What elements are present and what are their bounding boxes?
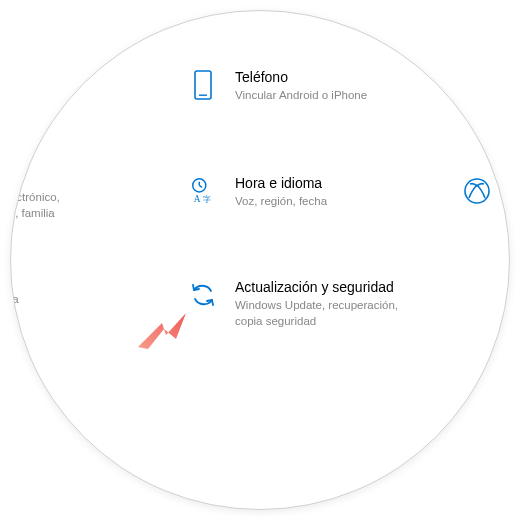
gaming-subtitle-partial1: Barra (508, 195, 510, 211)
time-language-icon: A 字 (189, 177, 217, 205)
update-security-subtitle: Windows Update, recuperación, copia segu… (235, 297, 419, 329)
settings-item-gaming[interactable] (463, 175, 510, 205)
gaming-subtitle-partial2: retran (508, 211, 510, 227)
globe-icon (466, 71, 494, 99)
settings-item-phone[interactable]: Teléfono Vincular Android o iPhone (189, 69, 419, 103)
partial-accounts-subtitle2: abajo, familia (10, 205, 55, 221)
xbox-icon (463, 177, 491, 205)
circle-viewport: mouse Teléfono Vincular Android o iPhone (10, 10, 510, 510)
settings-item-time-language[interactable]: A 字 Hora e idioma Voz, región, fecha (189, 175, 419, 209)
partial-devices-subtitle: mouse (10, 87, 42, 103)
settings-item-update-security[interactable]: Actualización y seguridad Windows Update… (189, 279, 419, 329)
time-language-subtitle: Voz, región, fecha (235, 193, 327, 209)
svg-text:字: 字 (203, 195, 211, 204)
update-security-title: Actualización y seguridad (235, 279, 419, 295)
phone-icon (189, 71, 217, 99)
annotation-arrow (136, 313, 186, 349)
svg-marker-11 (138, 313, 186, 349)
svg-point-10 (465, 179, 489, 203)
partial-accounts-subtitle1: eo electrónico, (10, 189, 60, 205)
phone-title: Teléfono (235, 69, 367, 85)
phone-subtitle: Vincular Android o iPhone (235, 87, 367, 103)
svg-rect-1 (199, 95, 207, 96)
gaming-title-partial: Jue (508, 175, 510, 191)
settings-item-network-partial[interactable] (466, 69, 510, 99)
time-language-title: Hora e idioma (235, 175, 327, 191)
svg-line-7 (199, 185, 202, 187)
svg-point-3 (475, 74, 485, 96)
svg-point-2 (469, 74, 491, 96)
svg-text:A: A (194, 194, 201, 204)
update-icon (189, 281, 217, 309)
partial-privacy-subtitle: ara (10, 291, 19, 307)
